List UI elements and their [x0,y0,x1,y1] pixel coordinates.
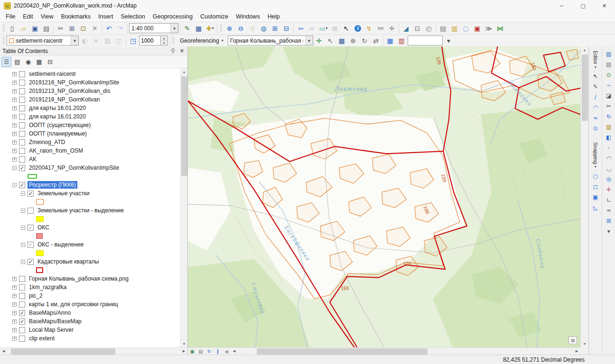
add-data-button[interactable]: ✚▾ [205,23,215,34]
expand-toggle-icon[interactable]: + [12,157,17,162]
layer-name-label[interactable]: settlement-raicentr [28,70,77,78]
list-by-selection-button[interactable]: ▦ [34,57,44,67]
layer-name-label[interactable]: 20191216_NP_GornKolivanImpSite [28,79,121,86]
expand-toggle-icon[interactable]: + [12,337,17,341]
layer-row[interactable]: +✓BaseMaps/BaseMap [0,317,187,326]
layer-visibility-checkbox[interactable]: ✓ [28,191,34,197]
map-view[interactable]: 126130159199170169ЛоктевкаЛоктевкаЕвсейф… [188,46,588,355]
layer-name-label[interactable]: pic_2 [28,292,44,300]
list-by-drawing-order-button[interactable]: ☰ [1,57,11,67]
intersection-tool-button[interactable]: ✛ [603,184,615,194]
layer-name-label[interactable]: ООПТ (планируемые) [28,130,88,137]
layer-visibility-checkbox[interactable] [19,80,25,86]
toc-vertical-scrollbar[interactable]: ▲ ▼ [180,68,187,347]
refresh-view-button[interactable]: ↻ [205,348,214,355]
scrollbar-thumb[interactable] [257,348,428,355]
collapse-toggle-icon[interactable]: − [12,183,17,187]
select-link-button[interactable]: ↖ [325,36,336,46]
previous-extent-button[interactable]: ◀ [222,348,231,355]
layer-row[interactable]: +20191216_NP_GornKolivan [0,95,187,104]
expand-toggle-icon[interactable]: + [12,285,17,290]
delete-button[interactable]: ✕ [89,23,100,34]
attributes-window-button[interactable]: ▥ [603,122,615,132]
toolbar-grip[interactable] [3,36,5,45]
layer-name-label[interactable]: ООПТ (существующие) [28,121,92,129]
toolbar-grip[interactable] [172,36,174,45]
layer-row[interactable]: +1km_razgrafka [0,283,187,291]
expand-toggle-icon[interactable]: + [12,302,17,307]
cut-polygons-button[interactable]: ◪ [603,91,615,100]
menu-item-windows[interactable]: Windows [232,12,264,21]
point-snapping-button[interactable]: ○ [590,171,601,181]
expand-toggle-icon[interactable]: + [12,319,17,324]
pin-icon[interactable] [170,48,176,54]
toc-horizontal-scrollbar[interactable]: ◀ ▶ [0,347,187,355]
scrollbar-thumb[interactable] [582,55,588,121]
layer-visibility-checkbox[interactable]: ✓ [19,165,25,171]
layer-visibility-checkbox[interactable] [19,122,25,128]
search-window-button[interactable]: ◌ [460,23,471,34]
menu-item-bookmarks[interactable]: Bookmarks [57,12,95,21]
layer-visibility-checkbox[interactable] [19,148,25,154]
rotate-raster-button[interactable]: ↻ [359,36,370,46]
collapse-toggle-icon[interactable]: − [21,243,25,247]
flicker-rate-up-button[interactable]: ▴ [161,36,167,40]
layer-name-label[interactable]: 1km_razgrafka [28,283,68,291]
scroll-left-arrow[interactable]: ◀ [0,348,7,355]
layer-name-label[interactable]: AK_raion_from_OSM [28,147,84,155]
layer-row[interactable]: +✓BaseMaps/Anno [0,309,187,317]
layer-visibility-checkbox[interactable] [19,114,25,120]
zoom-out-button[interactable]: ⊖ [235,23,246,34]
snapping-options-button[interactable]: ▾ [603,226,615,236]
viewer-window-button[interactable]: ◳ [128,36,139,46]
fixed-zoom-in-button[interactable]: ⊞ [270,23,280,34]
arctoolbox-window-button[interactable]: ▣ [472,23,483,34]
collapse-toggle-icon[interactable]: − [21,260,25,264]
layer-row[interactable]: +settlement-raicentr [0,70,187,78]
map-vertical-scrollbar[interactable]: ▲ ▼ [580,46,588,347]
menu-item-file[interactable]: File [2,12,19,21]
time-slider-button[interactable]: ◴ [423,23,434,34]
maximize-button[interactable]: ▢ [572,0,594,11]
layer-name-label[interactable]: для карты 16.01.2020 [28,104,87,112]
zoom-in-button[interactable]: ⊕ [224,23,235,34]
layer-row[interactable]: +ООПТ (планируемые) [0,129,187,138]
menu-item-view[interactable]: View [37,12,57,21]
rotate-feature-button[interactable]: ↻ [603,111,615,121]
layer-name-label[interactable]: Земельные участки [36,190,91,197]
scale-combo[interactable]: 1:40 000▾ [129,23,178,33]
clear-selection-button[interactable]: ⊠ [329,23,340,34]
hyperlink-button[interactable]: ↯ [363,23,374,34]
python-window-button[interactable]: ≫ [483,23,494,34]
fixed-zoom-out-button[interactable]: ⊟ [281,23,292,34]
split-tool-button[interactable]: ✂ [603,101,615,111]
select-features-button[interactable]: ▭▾ [318,23,329,34]
undo-button[interactable]: ↶ [103,23,114,34]
arc-segment-button[interactable]: ◠ [603,153,615,163]
layer-visibility-checkbox[interactable]: ✓ [19,310,25,316]
paste-button[interactable]: ⊡ [78,23,89,34]
layer-name-label[interactable]: Росреестр (ПКК6) [28,181,77,189]
layer-row[interactable]: +clip extent [0,334,187,343]
edit-annotation-tool-button[interactable]: ✎ [590,82,601,92]
new-document-button[interactable]: ▯ [7,23,18,34]
select-elements-button[interactable]: ↖ [341,23,352,34]
toc-close-icon[interactable]: ✕ [179,48,185,54]
transparency-button[interactable]: ▨ [102,36,113,46]
shift-raster-button[interactable]: ⇄ [371,36,382,46]
full-extent-button[interactable]: ◍ [258,23,269,34]
georeferencing-menu-button[interactable]: Georeferencing▾ [176,36,227,46]
scroll-up-arrow[interactable]: ▲ [581,46,589,54]
expand-toggle-icon[interactable]: + [12,149,17,153]
layer-row[interactable]: +карты 1 км, для отрисовки границ [0,300,187,309]
layer-name-label[interactable]: BaseMaps/Anno [28,309,72,317]
copy-button[interactable]: ⊞ [66,23,77,34]
georef-source-combo[interactable]: Горная Колывань_рабочая схе▾ [228,36,313,46]
minimize-button[interactable]: ─ [551,0,572,11]
layer-name-label[interactable]: 20200417_NP_GornKolivanImpSite [28,164,121,172]
trace-segment-button[interactable]: ≈ [603,205,615,215]
layer-row[interactable]: +для карты 16.01.2020 [0,112,187,121]
scroll-right-arrow[interactable]: ▶ [180,348,187,355]
layer-symbol-swatch[interactable] [36,267,43,273]
layer-row[interactable]: +AK_raion_from_OSM [0,146,187,155]
